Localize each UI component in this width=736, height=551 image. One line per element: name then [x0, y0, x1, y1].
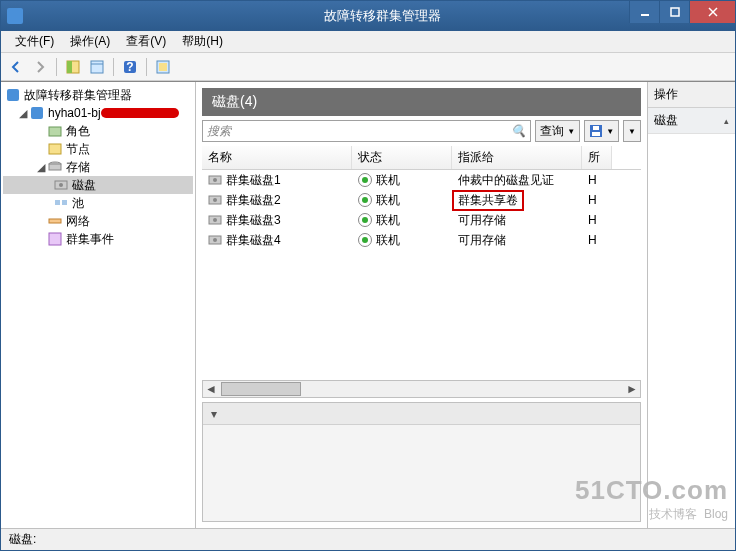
row-owner: H — [588, 233, 597, 247]
col-owner[interactable]: 所 — [582, 146, 612, 169]
col-status[interactable]: 状态 — [352, 146, 452, 169]
svg-rect-14 — [49, 127, 61, 136]
scroll-right-icon[interactable]: ► — [624, 382, 640, 396]
row-status: 联机 — [376, 172, 400, 189]
cluster-icon — [29, 105, 45, 121]
menu-action[interactable]: 操作(A) — [62, 31, 118, 52]
main-area: 故障转移群集管理器 ◢ hyha01-bj 角色 节点 ◢ 存储 — [1, 81, 735, 528]
toolbar-separator — [146, 58, 147, 76]
status-online-icon — [358, 173, 372, 187]
toolbar: ? — [1, 53, 735, 81]
tree-networks[interactable]: 网络 — [3, 212, 193, 230]
nav-forward-button[interactable] — [29, 56, 51, 78]
svg-rect-26 — [593, 126, 599, 130]
nodes-icon — [47, 141, 63, 157]
scroll-thumb[interactable] — [221, 382, 301, 396]
row-status: 联机 — [376, 212, 400, 229]
svg-point-34 — [213, 238, 217, 242]
detail-toggle[interactable]: ▾ — [203, 403, 640, 425]
chevron-down-icon: ▼ — [606, 127, 614, 136]
query-button[interactable]: 查询 ▼ — [535, 120, 580, 142]
search-row: 搜索 🔍 查询 ▼ ▼ ▼ — [202, 120, 641, 142]
save-button[interactable]: ▼ — [584, 120, 619, 142]
tree-disks-label: 磁盘 — [72, 177, 96, 194]
window-controls — [629, 1, 735, 23]
search-placeholder: 搜索 — [207, 123, 231, 140]
save-icon — [589, 124, 603, 138]
svg-rect-12 — [7, 89, 19, 101]
detail-pane: ▾ — [202, 402, 641, 522]
disk-icon — [208, 173, 222, 187]
table-row[interactable]: 群集磁盘4联机可用存储H — [202, 230, 641, 250]
collapse-icon[interactable]: ◢ — [17, 107, 29, 120]
svg-rect-21 — [62, 200, 67, 205]
storage-icon — [47, 159, 63, 175]
table-row[interactable]: 群集磁盘2联机群集共享卷H — [202, 190, 641, 210]
tree-cluster-label: hyha01-bj — [48, 106, 101, 120]
close-button[interactable] — [689, 1, 735, 23]
help-button[interactable]: ? — [119, 56, 141, 78]
refresh-button[interactable] — [152, 56, 174, 78]
row-name: 群集磁盘4 — [226, 232, 281, 249]
row-owner: H — [588, 173, 597, 187]
search-icon[interactable]: 🔍 — [511, 124, 526, 138]
tree-root-label: 故障转移群集管理器 — [24, 87, 132, 104]
statusbar-label: 磁盘: — [9, 531, 36, 548]
row-owner: H — [588, 213, 597, 227]
tree-roles[interactable]: 角色 — [3, 122, 193, 140]
svg-rect-17 — [49, 164, 61, 170]
row-status: 联机 — [376, 192, 400, 209]
status-online-icon — [358, 193, 372, 207]
show-hide-tree-button[interactable] — [62, 56, 84, 78]
menu-view[interactable]: 查看(V) — [118, 31, 174, 52]
actions-section-label: 磁盘 — [654, 112, 678, 129]
grid-body: 群集磁盘1联机仲裁中的磁盘见证H群集磁盘2联机群集共享卷H群集磁盘3联机可用存储… — [202, 170, 641, 250]
app-icon — [7, 8, 23, 24]
roles-icon — [47, 123, 63, 139]
svg-rect-20 — [55, 200, 60, 205]
menu-file[interactable]: 文件(F) — [7, 31, 62, 52]
maximize-button[interactable] — [659, 1, 689, 23]
row-name: 群集磁盘3 — [226, 212, 281, 229]
tree-storage-label: 存储 — [66, 159, 90, 176]
status-online-icon — [358, 213, 372, 227]
scroll-left-icon[interactable]: ◄ — [203, 382, 219, 396]
table-row[interactable]: 群集磁盘1联机仲裁中的磁盘见证H — [202, 170, 641, 190]
network-icon — [47, 213, 63, 229]
actions-section-disks[interactable]: 磁盘 ▴ — [648, 108, 735, 134]
menu-help[interactable]: 帮助(H) — [174, 31, 231, 52]
disk-icon — [208, 233, 222, 247]
tree-disks[interactable]: 磁盘 — [3, 176, 193, 194]
tree-pools-label: 池 — [72, 195, 84, 212]
row-assigned: 仲裁中的磁盘见证 — [458, 172, 554, 189]
chevron-down-icon: ▾ — [211, 407, 217, 421]
nav-back-button[interactable] — [5, 56, 27, 78]
cluster-manager-icon — [5, 87, 21, 103]
collapse-icon[interactable]: ◢ — [35, 161, 47, 174]
row-assigned: 可用存储 — [458, 212, 506, 229]
toolbar-separator — [113, 58, 114, 76]
tree-storage[interactable]: ◢ 存储 — [3, 158, 193, 176]
chevron-up-icon: ▴ — [724, 116, 729, 126]
col-name[interactable]: 名称 — [202, 146, 352, 169]
minimize-button[interactable] — [629, 1, 659, 23]
horizontal-scrollbar[interactable]: ◄ ► — [202, 380, 641, 398]
table-row[interactable]: 群集磁盘3联机可用存储H — [202, 210, 641, 230]
tree-cluster[interactable]: ◢ hyha01-bj — [3, 104, 193, 122]
more-button[interactable]: ▼ — [623, 120, 641, 142]
titlebar: 故障转移群集管理器 — [1, 1, 735, 31]
svg-rect-11 — [159, 63, 167, 71]
actions-pane: 操作 磁盘 ▴ — [647, 82, 735, 528]
col-assigned[interactable]: 指派给 — [452, 146, 582, 169]
tree-nodes[interactable]: 节点 — [3, 140, 193, 158]
svg-rect-22 — [49, 219, 61, 223]
svg-rect-23 — [49, 233, 61, 245]
statusbar: 磁盘: — [1, 528, 735, 550]
tree-root[interactable]: 故障转移群集管理器 — [3, 86, 193, 104]
tree-pools[interactable]: 池 — [3, 194, 193, 212]
properties-button[interactable] — [86, 56, 108, 78]
search-input[interactable]: 搜索 🔍 — [202, 120, 531, 142]
tree-events[interactable]: 群集事件 — [3, 230, 193, 248]
status-online-icon — [358, 233, 372, 247]
svg-rect-15 — [49, 144, 61, 154]
